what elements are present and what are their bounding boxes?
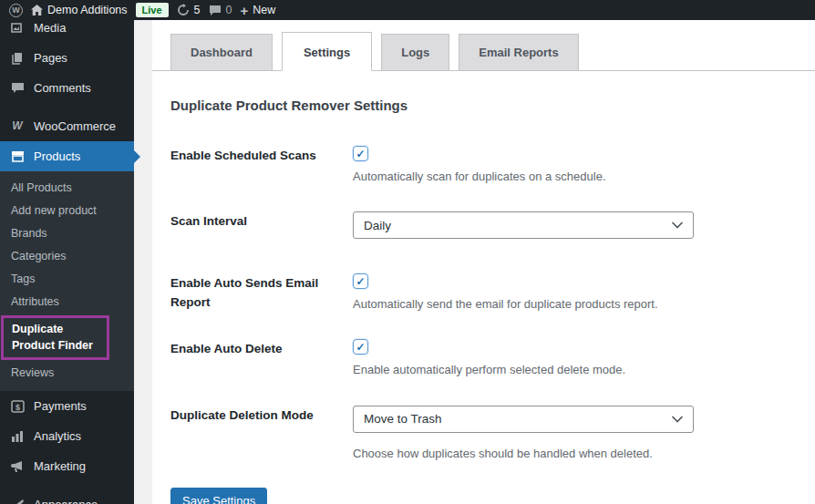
comments-link[interactable]: 0: [209, 4, 232, 16]
sidebar-item-pages[interactable]: Pages: [0, 43, 134, 73]
setting-row-enable-auto-sends-email-report: Enable Auto Sends Email Report ✓ Automat…: [170, 273, 797, 313]
pages-icon: [9, 52, 26, 65]
setting-label: Enable Auto Sends Email Report: [170, 273, 353, 313]
tab-settings[interactable]: Settings: [282, 32, 372, 71]
new-content-link[interactable]: + New: [240, 4, 275, 17]
page-title: Duplicate Product Remover Settings: [170, 98, 797, 113]
setting-label: Enable Scheduled Scans: [170, 146, 353, 185]
appearance-icon: [9, 499, 26, 504]
submenu-item-attributes[interactable]: Attributes: [0, 291, 134, 314]
plus-icon: +: [240, 4, 248, 17]
submenu-item-duplicate-product-finder[interactable]: Duplicate Product Finder: [1, 315, 109, 360]
save-settings-button[interactable]: Save Settings: [170, 488, 267, 504]
sidebar-item-label: Media: [34, 20, 66, 36]
setting-row-enable-scheduled-scans: Enable Scheduled Scans ✓ Automatically s…: [170, 146, 797, 185]
tab-email-reports[interactable]: Email Reports: [459, 34, 578, 70]
checkmark-icon: ✓: [356, 275, 365, 288]
submenu-item-add-new-product[interactable]: Add new product: [0, 200, 134, 222]
sidebar-item-label: Analytics: [34, 428, 81, 444]
settings-form: Duplicate Product Remover Settings Enabl…: [152, 71, 815, 504]
checkmark-icon: ✓: [356, 341, 365, 354]
woocommerce-icon: W: [9, 118, 26, 134]
submenu-item-all-products[interactable]: All Products: [0, 177, 134, 200]
tab-logs[interactable]: Logs: [381, 34, 449, 70]
products-icon: [9, 150, 26, 162]
submenu-item-categories[interactable]: Categories: [0, 245, 134, 268]
enable-scheduled-scans-checkbox[interactable]: ✓: [353, 146, 368, 161]
media-icon: [9, 22, 26, 34]
checkmark-icon: ✓: [356, 148, 365, 160]
setting-row-duplicate-deletion-mode: Duplicate Deletion Mode Move to Trash Ch…: [170, 406, 797, 462]
setting-row-scan-interval: Scan Interval Daily: [170, 211, 797, 239]
site-name: Demo Additions: [47, 4, 128, 16]
sidebar-item-label: Comments: [34, 80, 91, 96]
sidebar-item-label: Marketing: [34, 458, 86, 474]
analytics-icon: [9, 430, 26, 442]
select-value: Daily: [364, 219, 391, 232]
sidebar-item-label: Products: [34, 149, 80, 164]
svg-text:$: $: [15, 402, 19, 411]
sidebar-item-woocommerce[interactable]: W WooCommerce: [0, 111, 134, 141]
plugin-panel: Dashboard Settings Logs Email Reports Du…: [152, 20, 815, 504]
menu-separator: [0, 481, 134, 489]
select-value: Move to Trash: [364, 412, 442, 426]
sidebar-item-products[interactable]: Products: [0, 141, 134, 171]
duplicate-deletion-mode-select[interactable]: Move to Trash: [353, 406, 694, 433]
sidebar-item-marketing[interactable]: Marketing: [0, 451, 134, 481]
wordpress-logo-icon: W: [9, 4, 23, 17]
setting-label: Enable Auto Delete: [170, 339, 353, 378]
wordpress-menu[interactable]: W: [9, 4, 23, 17]
admin-bar: W Demo Additions Live 5 0 + New: [0, 0, 815, 20]
submenu-item-tags[interactable]: Tags: [0, 268, 134, 291]
sidebar-item-label: WooCommerce: [34, 118, 116, 134]
comment-bubble-icon: [209, 5, 222, 16]
updates-icon: [177, 4, 190, 16]
sidebar-item-label: Pages: [34, 50, 67, 66]
comments-icon: [9, 82, 26, 94]
setting-description: Automatically scan for duplicates on a s…: [353, 169, 797, 185]
comments-count: 0: [226, 4, 232, 16]
sidebar-item-payments[interactable]: $ Payments: [0, 391, 134, 421]
products-submenu: All Products Add new product Brands Cate…: [0, 171, 134, 391]
submenu-item-reviews[interactable]: Reviews: [0, 362, 134, 385]
chevron-down-icon: [672, 221, 683, 229]
home-icon: [31, 5, 43, 15]
site-link[interactable]: Demo Additions: [31, 4, 128, 16]
sidebar-item-appearance[interactable]: Appearance: [0, 489, 134, 504]
enable-auto-sends-email-report-checkbox[interactable]: ✓: [353, 273, 368, 289]
chevron-down-icon: [672, 416, 683, 423]
admin-content-area: Dashboard Settings Logs Email Reports Du…: [134, 20, 815, 504]
enable-auto-delete-checkbox[interactable]: ✓: [353, 339, 368, 355]
payments-icon: $: [9, 400, 26, 413]
sidebar-item-analytics[interactable]: Analytics: [0, 421, 134, 451]
setting-description: Enable automatically perform selected de…: [353, 362, 797, 378]
scan-interval-select[interactable]: Daily: [353, 211, 694, 239]
setting-description: Choose how duplicates should be handled …: [353, 446, 797, 462]
setting-row-enable-auto-delete: Enable Auto Delete ✓ Enable automaticall…: [170, 339, 797, 378]
sidebar-item-comments[interactable]: Comments: [0, 73, 134, 103]
updates-link[interactable]: 5: [177, 4, 201, 16]
marketing-icon: [9, 460, 26, 473]
tab-dashboard[interactable]: Dashboard: [170, 34, 273, 70]
new-label: New: [253, 4, 275, 16]
setting-description: Automatically send the email for duplica…: [353, 296, 797, 313]
sidebar-item-label: Appearance: [34, 497, 98, 504]
admin-sidebar: Media Pages Comments W WooCommerce Produ…: [0, 20, 134, 504]
updates-count: 5: [194, 4, 201, 16]
live-badge: Live: [136, 3, 169, 17]
menu-separator: [0, 103, 134, 111]
setting-label: Duplicate Deletion Mode: [170, 406, 353, 462]
submenu-item-brands[interactable]: Brands: [0, 222, 134, 245]
setting-label: Scan Interval: [170, 211, 353, 239]
tab-bar: Dashboard Settings Logs Email Reports: [152, 20, 815, 71]
sidebar-item-label: Payments: [34, 398, 87, 414]
